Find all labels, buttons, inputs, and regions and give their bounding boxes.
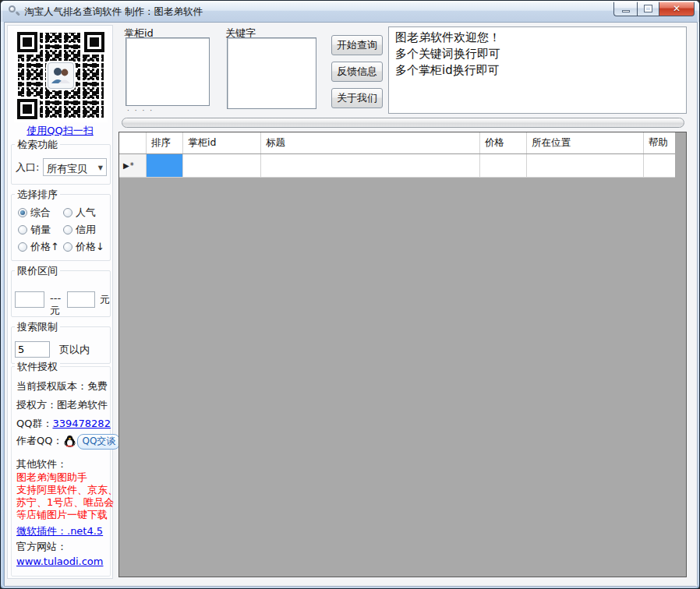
welcome-line: 多个掌柜id换行即可 xyxy=(395,62,680,79)
price-separator-label: ---元 xyxy=(48,291,65,308)
qr-finder-icon xyxy=(17,99,37,119)
cell-title[interactable] xyxy=(261,154,480,178)
radio-label: 综合 xyxy=(30,206,51,220)
radio-label: 人气 xyxy=(76,206,96,220)
welcome-line: 图老弟软件欢迎您！ xyxy=(395,30,680,46)
welcome-message-box: 图老弟软件欢迎您！ 多个关键词换行即可 多个掌柜id换行即可 xyxy=(388,26,687,114)
radio-label: 价格↑ xyxy=(30,240,59,254)
other-software-line: 图老弟淘图助手 xyxy=(16,471,118,484)
title-bar[interactable]: 淘宝人气排名查询软件 制作：图老弟软件 ✕ xyxy=(1,1,700,22)
dotnet-plugin-link[interactable]: 微软插件：.net4.5 xyxy=(16,525,103,537)
row-selector-cell[interactable]: ▶* xyxy=(119,154,147,178)
app-window: 淘宝人气排名查询软件 制作：图老弟软件 ✕ xyxy=(0,0,700,589)
qq-scan-link[interactable]: 使用QQ扫一扫 xyxy=(8,124,112,138)
official-site-link-line: www.tulaodi.com xyxy=(16,555,103,567)
page-limit-input[interactable] xyxy=(15,341,50,358)
search-limit-group: 搜索限制 页以内 xyxy=(11,326,111,364)
maximize-button[interactable] xyxy=(637,2,659,16)
qq-group-label: QQ群： xyxy=(16,418,52,429)
sort-options: 综合 人气 销量 信用 价格↑ xyxy=(18,204,108,256)
grid-header-title[interactable]: 标题 xyxy=(261,132,480,153)
minimize-icon xyxy=(622,10,630,12)
search-icon xyxy=(9,5,20,17)
cell-location[interactable] xyxy=(527,154,644,178)
feedback-button[interactable]: 反馈信息 xyxy=(331,62,383,82)
welcome-line: 多个关键词换行即可 xyxy=(395,46,680,62)
radio-label: 价格↓ xyxy=(76,240,104,254)
window-title: 淘宝人气排名查询软件 制作：图老弟软件 xyxy=(24,5,203,19)
radio-icon xyxy=(63,242,72,252)
horizontal-scrollbar[interactable] xyxy=(122,118,684,128)
grid-header-row: 排序 掌柜id 标题 价格 所在位置 帮助 xyxy=(119,132,675,154)
entry-select[interactable]: 所有宝贝 ▼ xyxy=(43,158,107,176)
price-unit-label: 元 xyxy=(100,293,110,307)
about-us-button[interactable]: 关于我们 xyxy=(331,88,383,108)
keyword-textarea[interactable] xyxy=(227,37,316,109)
radio-sort-popularity[interactable]: 人气 xyxy=(63,204,108,221)
radio-icon xyxy=(63,208,72,217)
search-function-title: 检索功能 xyxy=(15,138,60,152)
qr-finder-icon xyxy=(17,32,37,52)
close-icon: ✕ xyxy=(673,3,681,14)
price-min-input[interactable] xyxy=(15,291,44,308)
cell-shop-id[interactable] xyxy=(183,154,261,178)
entry-label: 入口: xyxy=(16,160,39,175)
licensor-line: 授权方：图老弟软件 xyxy=(16,398,108,412)
radio-sort-credit[interactable]: 信用 xyxy=(63,221,108,238)
author-qq-line: 作者QQ：QQ交谈 xyxy=(16,434,120,450)
qq-group-link[interactable]: 339478282 xyxy=(52,418,110,429)
price-range-title: 限价区间 xyxy=(15,264,60,278)
grid-header-location[interactable]: 所在位置 xyxy=(527,132,644,153)
qr-center-avatar xyxy=(48,62,74,89)
price-range-group: 限价区间 ---元 元 xyxy=(11,270,111,317)
official-site-label: 官方网站： xyxy=(16,540,67,554)
license-group: 软件授权 当前授权版本：免费 授权方：图老弟软件 QQ群：339478282 作… xyxy=(11,366,111,577)
other-software-title: 其他软件： xyxy=(16,457,67,471)
radio-label: 信用 xyxy=(76,223,96,237)
cell-help[interactable] xyxy=(644,154,675,178)
radio-icon xyxy=(18,208,27,217)
grid-header-shop-id[interactable]: 掌柜id xyxy=(183,132,261,153)
dotnet-plugin-link-line: 微软插件：.net4.5 xyxy=(16,524,103,538)
price-max-input[interactable] xyxy=(67,291,95,308)
cell-price[interactable] xyxy=(480,154,527,178)
qq-qr-code xyxy=(14,29,108,122)
grid-header-price[interactable]: 价格 xyxy=(480,132,527,153)
sidebar-panel: 使用QQ扫一扫 检索功能 入口: 所有宝贝 ▼ 选择排序 综合 人气 xyxy=(7,25,113,579)
qq-group-line: QQ群：339478282 xyxy=(16,417,111,431)
minimize-button[interactable] xyxy=(613,2,637,16)
other-software-line: 苏宁、1号店、唯品会 xyxy=(16,496,118,509)
grid-header-rank[interactable]: 排序 xyxy=(147,132,183,153)
radio-sort-price-desc[interactable]: 价格↓ xyxy=(63,238,108,256)
grid-header-help[interactable]: 帮助 xyxy=(644,132,675,153)
search-limit-title: 搜索限制 xyxy=(15,320,60,334)
license-title: 软件授权 xyxy=(15,360,60,374)
radio-icon xyxy=(18,225,27,235)
qq-chat-button[interactable]: QQ交谈 xyxy=(77,434,120,450)
official-site-link[interactable]: www.tulaodi.com xyxy=(16,555,103,567)
qq-penguin-icon xyxy=(64,435,76,450)
sort-group: 选择排序 综合 人气 销量 信用 xyxy=(11,194,111,261)
radio-sort-comprehensive[interactable]: 综合 xyxy=(18,204,63,221)
grid-header-selector[interactable] xyxy=(119,132,147,153)
table-row: ▶* xyxy=(119,154,675,178)
radio-icon xyxy=(63,225,72,235)
search-function-group: 检索功能 入口: 所有宝贝 ▼ xyxy=(11,144,111,185)
sort-group-title: 选择排序 xyxy=(15,188,60,202)
resize-grip-dots: · · · · xyxy=(127,107,154,115)
author-qq-label: 作者QQ： xyxy=(16,435,62,446)
selected-cell-rank[interactable] xyxy=(147,154,183,178)
license-version-line: 当前授权版本：免费 xyxy=(16,379,108,393)
start-query-button[interactable]: 开始查询 xyxy=(331,35,383,55)
window-controls: ✕ xyxy=(613,2,695,16)
radio-label: 销量 xyxy=(30,223,51,237)
other-software-line: 支持阿里软件、京东、 xyxy=(16,484,118,496)
maximize-icon xyxy=(645,5,652,12)
radio-sort-price-asc[interactable]: 价格↑ xyxy=(18,238,63,256)
page-limit-label: 页以内 xyxy=(59,343,90,357)
close-button[interactable]: ✕ xyxy=(659,2,695,16)
radio-icon xyxy=(18,242,27,252)
other-software-lines: 图老弟淘图助手 支持阿里软件、京东、 苏宁、1号店、唯品会 等店铺图片一键下载 xyxy=(16,471,118,521)
radio-sort-sales[interactable]: 销量 xyxy=(18,221,63,238)
shop-id-textarea[interactable] xyxy=(126,37,210,106)
